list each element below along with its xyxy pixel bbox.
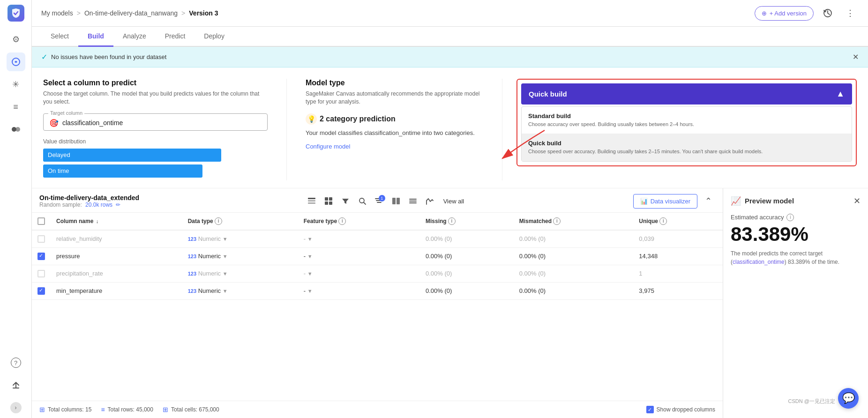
estimated-accuracy-label: Estimated accuracy i: [731, 214, 861, 221]
row-checkbox-cell[interactable]: [32, 247, 51, 265]
tab-analyze[interactable]: Analyze: [113, 27, 156, 47]
main-content: My models > On-time-delivery-data_nanwan…: [32, 0, 868, 418]
asterisk-icon[interactable]: ✳: [7, 75, 25, 94]
more-options-icon[interactable]: ⋮: [842, 5, 859, 22]
target-field-value: classification_ontime: [62, 119, 123, 127]
add-version-button[interactable]: ⊕ + Add version: [755, 6, 814, 21]
circles-icon[interactable]: [7, 120, 25, 139]
row-checkbox-cell[interactable]: [32, 282, 51, 299]
row-name-1: pressure: [51, 247, 182, 265]
model-type-title: Model type: [306, 79, 483, 87]
row-mismatched-2: 0.00% (0): [514, 265, 634, 282]
preview-chart-icon: 📈: [731, 196, 741, 206]
sample-value-link[interactable]: 20.0k rows: [85, 202, 112, 208]
standard-build-option[interactable]: Standard build Choose accuracy over spee…: [522, 107, 852, 134]
feature-type-info-icon[interactable]: i: [338, 217, 346, 225]
row-checkbox-3[interactable]: [37, 287, 45, 295]
total-cells: ⊞ Total cells: 675,000: [163, 406, 219, 413]
list-view-icon[interactable]: [305, 194, 319, 208]
edit-icon[interactable]: ✏: [116, 202, 120, 208]
sort-icon[interactable]: 1: [372, 194, 386, 208]
svg-rect-8: [325, 197, 328, 201]
tab-build[interactable]: Build: [78, 27, 113, 47]
quick-build-label: Quick build: [529, 90, 567, 98]
row-checkbox-0[interactable]: [37, 235, 45, 243]
missing-label: Missing: [426, 217, 447, 224]
missing-info-icon[interactable]: i: [448, 217, 456, 225]
preview-title: 📈 Preview model: [731, 196, 794, 206]
header-feature-type: Feature type i: [298, 213, 420, 230]
data-type-info-icon[interactable]: i: [215, 217, 222, 225]
breadcrumb-models[interactable]: My models: [41, 9, 73, 17]
sidebar-expand-btn[interactable]: ›: [10, 402, 22, 413]
toolbar-icons: 1: [305, 194, 468, 208]
filter-icon[interactable]: [338, 194, 352, 208]
breadcrumb: My models > On-time-delivery-data_nanwan…: [41, 9, 218, 17]
row-checkbox-cell[interactable]: [32, 265, 51, 282]
tab-predict[interactable]: Predict: [156, 27, 195, 47]
select-all-checkbox[interactable]: [37, 217, 45, 225]
table-header-row: Column name ↓ Data type i Feature type i: [32, 213, 723, 230]
view-all-button[interactable]: View all: [440, 196, 468, 207]
grid-view-icon[interactable]: [322, 194, 336, 208]
quick-build-option-title: Quick build: [528, 140, 845, 147]
show-dropped-label: Show dropped columns: [657, 406, 715, 413]
columns-table: Column name ↓ Data type i Feature type i: [32, 213, 723, 300]
chart-icon[interactable]: [423, 194, 437, 208]
unique-info-icon[interactable]: i: [659, 217, 667, 225]
help-icon[interactable]: ?: [7, 353, 25, 372]
prediction-label: 2 category prediction: [320, 115, 396, 123]
target-field-icon: 🎯: [49, 119, 59, 127]
select-column-desc: Choose the target column. The model that…: [43, 90, 268, 106]
row-checkbox-1[interactable]: [37, 253, 45, 260]
breadcrumb-sep1: >: [77, 9, 81, 17]
history-icon[interactable]: [819, 5, 836, 22]
bottom-section: On-time-delivery-data_extended Random sa…: [32, 188, 868, 418]
header-column-name: Column name ↓: [51, 213, 182, 230]
add-version-icon: ⊕: [762, 10, 767, 17]
total-rows: ≡ Total rows: 45,000: [101, 406, 153, 413]
row-checkbox-2[interactable]: [37, 270, 45, 277]
table-row: min_temperature 123 Numeric ▼ - ▼ 0.00% …: [32, 282, 723, 299]
notice-text: ✓ No issues have been found in your data…: [41, 52, 166, 61]
export-icon[interactable]: [7, 376, 25, 395]
settings-icon[interactable]: ⚙: [7, 30, 25, 49]
ai-icon[interactable]: [7, 52, 25, 71]
search-icon[interactable]: [355, 194, 369, 208]
show-dropped-checkbox[interactable]: ✓: [646, 406, 654, 413]
preview-close-button[interactable]: ✕: [853, 196, 861, 206]
collapse-panel-button[interactable]: ⌃: [701, 194, 715, 208]
table-body: relative_humidity 123 Numeric ▼ - ▼ 0.00…: [32, 230, 723, 300]
accuracy-label-text: Estimated accuracy: [731, 214, 784, 221]
row-unique-2: 1: [633, 265, 723, 282]
data-visualizer-button[interactable]: 📊 Data visualizer: [633, 194, 697, 209]
total-rows-value: Total rows: 45,000: [108, 406, 153, 413]
mismatched-info-icon[interactable]: i: [553, 217, 561, 225]
table-footer: ⊞ Total columns: 15 ≡ Total rows: 45,000…: [32, 401, 723, 418]
sidebar: ⚙ ✳ ≡ ? ›: [0, 0, 32, 418]
row-name-2: precipitation_rate: [51, 265, 182, 282]
columns-icon[interactable]: [389, 194, 403, 208]
quick-build-button[interactable]: Quick build ▲: [521, 83, 852, 104]
chat-bubble-button[interactable]: 💬: [838, 388, 859, 409]
breadcrumb-dataset[interactable]: On-time-delivery-data_nanwang: [84, 9, 178, 17]
row-checkbox-cell[interactable]: [32, 230, 51, 248]
sort-arrow-icon[interactable]: ↓: [96, 218, 99, 224]
header-checkbox-cell[interactable]: [32, 213, 51, 230]
target-field-label: Target column: [48, 110, 84, 116]
svg-rect-11: [329, 202, 332, 205]
tab-select[interactable]: Select: [41, 27, 78, 47]
target-field[interactable]: Target column 🎯 classification_ontime: [43, 113, 268, 131]
accuracy-info-icon[interactable]: i: [786, 214, 794, 221]
quick-build-option[interactable]: Quick build Choose speed over accuracy. …: [522, 134, 852, 161]
rows-footer-icon: ≡: [101, 406, 105, 413]
tabs: Select Build Analyze Predict Deploy: [32, 27, 868, 47]
feature-type-label: Feature type: [304, 217, 337, 224]
notice-close-icon[interactable]: ✕: [853, 52, 859, 61]
tab-deploy[interactable]: Deploy: [195, 27, 234, 47]
show-dropped-toggle[interactable]: ✓ Show dropped columns: [646, 406, 715, 413]
row-feature-3: - ▼: [298, 282, 420, 299]
row-height-icon[interactable]: [406, 194, 420, 208]
list-icon[interactable]: ≡: [7, 97, 25, 116]
configure-model-link[interactable]: Configure model: [306, 143, 350, 150]
